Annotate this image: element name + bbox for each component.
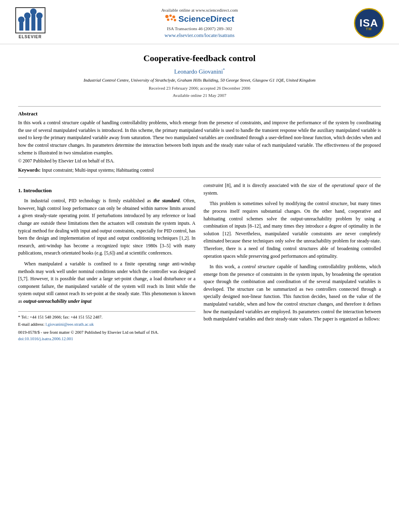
isa-circle: ISA TM [354,8,384,38]
svg-point-5 [24,12,31,19]
left-column: 1. Introduction In industrial control, P… [18,182,195,343]
sciencedirect-icon [165,14,177,23]
svg-point-13 [174,19,176,21]
right-column: constraint [8], and it is directly assoc… [204,182,381,343]
available-online-label: Available online at www.sciencedirect.co… [161,8,238,12]
elsevier-tree-icon [17,8,43,33]
standard-italic: the standard [154,198,180,203]
journal-info-text: ISA Transactions 46 (2007) 289–302 [167,26,232,31]
available-online-date: Available online 21 May 2007 [173,93,226,98]
keywords-label: Keywords: [18,167,41,173]
header: ELSEVIER Available online at www.science… [0,0,399,44]
svg-rect-2 [31,14,35,31]
journal-link[interactable]: www.elsevier.com/locate/isatrans [165,32,234,38]
footnote-email: E-mail address: l.giovanini@eee.strath.a… [18,321,195,328]
svg-rect-1 [25,18,29,31]
doi-text: doi:10.1016/j.isatra.2006.12.001 [18,336,195,342]
svg-point-8 [165,15,169,18]
col1-para1: In industrial control, PID technology is… [18,197,195,257]
section-number: 1. [18,187,22,193]
footnote-email-link[interactable]: l.giovanini@eee.strath.ac.uk [45,322,94,327]
unreachability-term: output-unreachability under input [23,298,91,304]
footnote-tel: * Tel.: +44 151 548 2666; fax: +44 151 5… [18,314,195,320]
paper-title: Cooperative-feedback control [18,53,381,64]
author-text: Leonardo Giovanini [174,68,223,75]
copyright-line: © 2007 Published by Elsevier Ltd on beha… [18,158,381,163]
received-text: Received 23 February 2006; accepted 26 D… [149,86,251,90]
journal-info: ISA Transactions 46 (2007) 289–302 [56,26,343,31]
content-area: Cooperative-feedback control Leonardo Gi… [0,53,399,343]
svg-point-10 [172,16,175,18]
section-title-text: Introduction [23,187,52,193]
keywords-line: Keywords: Input constraint; Multi-input … [18,167,381,173]
abstract-text: In this work a control structure capable… [18,119,381,156]
doi-link[interactable]: doi:10.1016/j.isatra.2006.12.001 [18,337,73,341]
footnote-email-label: E-mail address: [18,322,45,327]
constraint-term: constraint [204,183,223,188]
svg-rect-0 [19,23,23,31]
affiliation: Industrial Control Centre, University of… [18,78,381,82]
col2-para2: This problem is sometimes solved by modi… [204,200,381,260]
doi-section: 0019-0578/$ - see front matter © 2007 Pu… [18,329,195,343]
svg-point-12 [171,18,173,21]
journal-url: www.elsevier.com/locate/isatrans [56,32,343,39]
svg-point-11 [167,18,169,21]
svg-rect-3 [37,18,41,31]
col1-para2: When manipulated a variable is confined … [18,260,195,305]
received-info: Received 23 February 2006; accepted 26 D… [18,85,381,99]
abstract-title: Abstract [18,111,381,117]
sciencedirect-text: ScienceDirect [179,14,234,24]
abstract-section: Abstract In this work a control structur… [18,111,381,163]
sciencedirect-logo: ScienceDirect [56,14,343,24]
svg-point-9 [169,14,172,17]
available-online-text: Available online at www.sciencedirect.co… [56,8,343,12]
control-structure-term: control structure [242,264,275,269]
author-footnote-marker: * [223,68,225,72]
footnote-section: * Tel.: +44 151 548 2666; fax: +44 151 5… [18,311,195,328]
main-columns: 1. Introduction In industrial control, P… [18,182,381,343]
svg-point-4 [18,16,25,23]
divider-top [18,106,381,107]
col2-para3: In this work, a control structure capabl… [204,263,381,323]
col2-para1: constraint [8], and it is directly assoc… [204,182,381,197]
svg-point-7 [36,12,43,19]
header-center: Available online at www.sciencedirect.co… [48,8,351,39]
isa-logo: ISA TM [351,8,387,38]
divider-bottom [18,177,381,178]
intro-section-title: 1. Introduction [18,187,195,195]
elsevier-logo-box [15,7,45,33]
bottom-left-text: 0019-0578/$ - see front matter © 2007 Pu… [18,329,195,336]
author-name: Leonardo Giovanini* [18,68,381,75]
operational-space-term: operational space [332,183,367,188]
svg-point-6 [30,8,37,15]
keywords-text: Input constraint; Multi-input systems; H… [42,167,154,173]
elsevier-logo: ELSEVIER [12,7,48,39]
elsevier-text: ELSEVIER [19,35,41,39]
page: ELSEVIER Available online at www.science… [0,0,399,532]
